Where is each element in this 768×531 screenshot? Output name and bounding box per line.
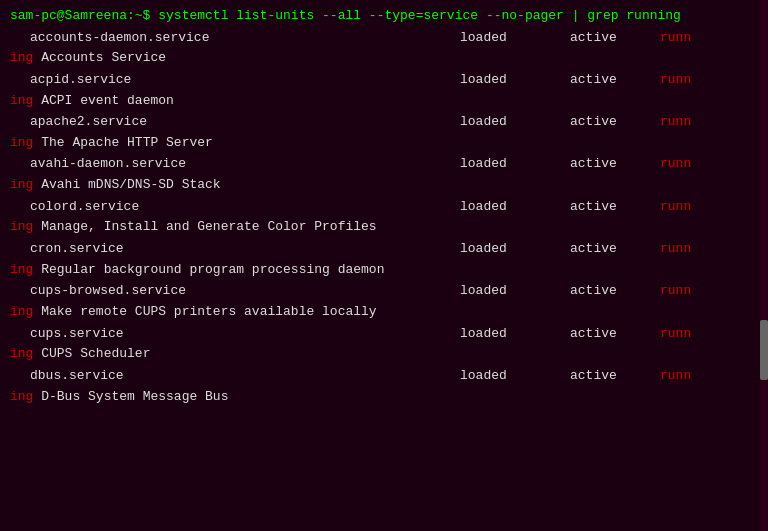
desc-label: ing — [10, 50, 41, 65]
service-description-line: ing CUPS Scheduler — [10, 344, 758, 364]
service-running: runn — [660, 281, 691, 302]
desc-label: ing — [10, 389, 41, 404]
service-block: cups.serviceloadedactiverunning CUPS Sch… — [10, 324, 758, 364]
service-active: active — [570, 366, 650, 387]
desc-label: ing — [10, 346, 41, 361]
service-name: acpid.service — [10, 70, 270, 91]
scrollbar-thumb[interactable] — [760, 320, 768, 380]
service-running: runn — [660, 239, 691, 260]
desc-text: CUPS Scheduler — [41, 346, 150, 361]
service-description-line: ing Avahi mDNS/DNS-SD Stack — [10, 175, 758, 195]
service-description-line: ing Regular background program processin… — [10, 260, 758, 280]
service-name: avahi-daemon.service — [10, 154, 270, 175]
desc-text: ACPI event daemon — [41, 93, 174, 108]
service-line: accounts-daemon.serviceloadedactiverunn — [10, 28, 758, 49]
service-running: runn — [660, 324, 691, 345]
service-description-line: ing Make remote CUPS printers available … — [10, 302, 758, 322]
desc-label: ing — [10, 93, 41, 108]
desc-label: ing — [10, 304, 41, 319]
service-description-line: ing Manage, Install and Generate Color P… — [10, 217, 758, 237]
service-line: cups.serviceloadedactiverunn — [10, 324, 758, 345]
service-line: avahi-daemon.serviceloadedactiverunn — [10, 154, 758, 175]
desc-text: D-Bus System Message Bus — [41, 389, 228, 404]
service-loaded: loaded — [460, 281, 560, 302]
desc-label: ing — [10, 262, 41, 277]
desc-text: The Apache HTTP Server — [41, 135, 213, 150]
service-name: cups-browsed.service — [10, 281, 270, 302]
service-name: cron.service — [10, 239, 270, 260]
service-active: active — [570, 70, 650, 91]
service-block: acpid.serviceloadedactiverunning ACPI ev… — [10, 70, 758, 110]
service-description-line: ing ACPI event daemon — [10, 91, 758, 111]
service-line: colord.serviceloadedactiverunn — [10, 197, 758, 218]
service-block: cron.serviceloadedactiverunning Regular … — [10, 239, 758, 279]
desc-text: Make remote CUPS printers available loca… — [41, 304, 376, 319]
service-loaded: loaded — [460, 366, 560, 387]
service-description-line: ing Accounts Service — [10, 48, 758, 68]
terminal-window: sam-pc@Samreena:~$ systemctl list-units … — [0, 0, 768, 531]
service-loaded: loaded — [460, 239, 560, 260]
service-loaded: loaded — [460, 112, 560, 133]
service-active: active — [570, 197, 650, 218]
service-running: runn — [660, 112, 691, 133]
service-line: apache2.serviceloadedactiverunn — [10, 112, 758, 133]
service-block: accounts-daemon.serviceloadedactiverunni… — [10, 28, 758, 68]
service-running: runn — [660, 28, 691, 49]
service-block: apache2.serviceloadedactiverunning The A… — [10, 112, 758, 152]
service-name: apache2.service — [10, 112, 270, 133]
service-loaded: loaded — [460, 70, 560, 91]
desc-text: Accounts Service — [41, 50, 166, 65]
scrollbar[interactable] — [760, 0, 768, 531]
desc-label: ing — [10, 177, 41, 192]
service-name: colord.service — [10, 197, 270, 218]
service-name: accounts-daemon.service — [10, 28, 270, 49]
desc-text: Avahi mDNS/DNS-SD Stack — [41, 177, 220, 192]
service-active: active — [570, 281, 650, 302]
service-loaded: loaded — [460, 197, 560, 218]
service-loaded: loaded — [460, 324, 560, 345]
service-active: active — [570, 28, 650, 49]
prompt-line: sam-pc@Samreena:~$ systemctl list-units … — [10, 6, 758, 26]
service-running: runn — [660, 154, 691, 175]
service-active: active — [570, 239, 650, 260]
service-block: dbus.serviceloadedactiverunning D-Bus Sy… — [10, 366, 758, 406]
service-line: cups-browsed.serviceloadedactiverunn — [10, 281, 758, 302]
service-block: colord.serviceloadedactiverunning Manage… — [10, 197, 758, 237]
service-active: active — [570, 324, 650, 345]
service-line: dbus.serviceloadedactiverunn — [10, 366, 758, 387]
service-line: acpid.serviceloadedactiverunn — [10, 70, 758, 91]
service-line: cron.serviceloadedactiverunn — [10, 239, 758, 260]
service-name: dbus.service — [10, 366, 270, 387]
prompt-text: sam-pc@Samreena:~$ systemctl list-units … — [10, 8, 681, 23]
service-active: active — [570, 112, 650, 133]
service-description-line: ing D-Bus System Message Bus — [10, 387, 758, 407]
service-name: cups.service — [10, 324, 270, 345]
desc-text: Regular background program processing da… — [41, 262, 384, 277]
service-running: runn — [660, 366, 691, 387]
service-running: runn — [660, 197, 691, 218]
desc-text: Manage, Install and Generate Color Profi… — [41, 219, 376, 234]
service-running: runn — [660, 70, 691, 91]
service-description-line: ing The Apache HTTP Server — [10, 133, 758, 153]
service-block: avahi-daemon.serviceloadedactiverunning … — [10, 154, 758, 194]
service-loaded: loaded — [460, 154, 560, 175]
services-list: accounts-daemon.serviceloadedactiverunni… — [10, 28, 758, 407]
service-loaded: loaded — [460, 28, 560, 49]
desc-label: ing — [10, 135, 41, 150]
service-active: active — [570, 154, 650, 175]
service-block: cups-browsed.serviceloadedactiverunning … — [10, 281, 758, 321]
desc-label: ing — [10, 219, 41, 234]
